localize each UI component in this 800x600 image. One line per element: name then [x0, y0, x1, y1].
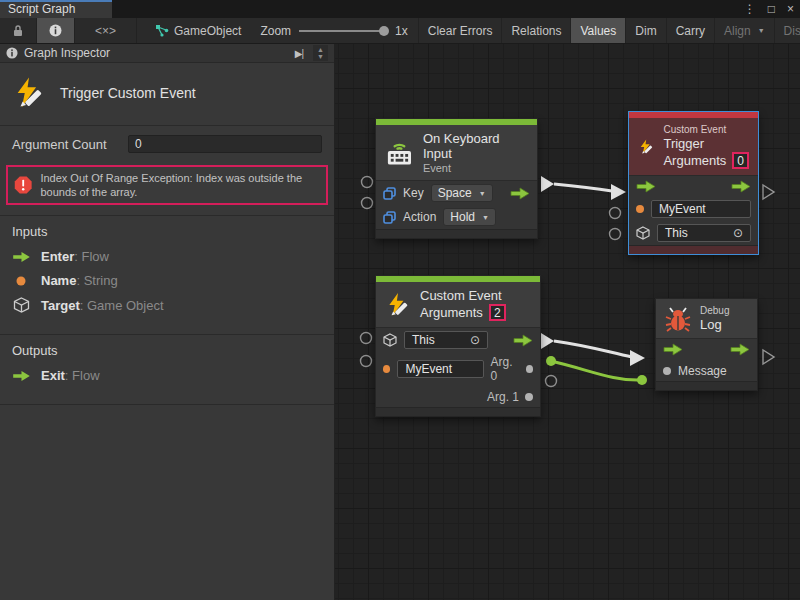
arguments-label: Arguments: [420, 305, 483, 320]
target-field[interactable]: This ⊙: [657, 224, 751, 242]
flow-exit-port[interactable]: [730, 343, 750, 356]
node-header[interactable]: Debug Log: [656, 299, 757, 339]
key-dropdown[interactable]: Space ▼: [431, 184, 493, 202]
dim-button[interactable]: Dim: [626, 18, 666, 43]
action-value: Hold: [450, 210, 475, 224]
argument-count-row: Argument Count: [0, 126, 334, 157]
distribute-dropdown[interactable]: Distribute▼: [775, 18, 800, 43]
align-dropdown[interactable]: Align▼: [715, 18, 775, 43]
node-debug-log[interactable]: Debug Log Message: [655, 298, 758, 391]
tab-script-graph[interactable]: Script Graph: [0, 0, 112, 18]
target-value: This: [412, 333, 435, 347]
info-icon: [6, 47, 18, 59]
arguments-count-field[interactable]: 2: [489, 304, 506, 321]
pin-type: : String: [76, 273, 117, 288]
chevron-down-icon: ▼: [479, 190, 486, 197]
node-title: Trigger: [663, 136, 749, 151]
node-category: Debug: [700, 305, 729, 316]
keyboard-key-row: Key Space ▼: [376, 181, 537, 205]
values-button[interactable]: Values: [571, 18, 626, 43]
zoom-control: Zoom 1x: [250, 18, 418, 43]
clear-errors-label: Clear Errors: [428, 24, 493, 38]
key-label: Key: [403, 186, 424, 200]
string-port-icon: [383, 365, 390, 373]
relations-button[interactable]: Relations: [502, 18, 571, 43]
unit-title: Trigger Custom Event: [60, 85, 196, 101]
gameobject-cube-icon: [636, 226, 650, 240]
flow-exit-port[interactable]: [513, 334, 533, 347]
graph-inspector-title: Graph Inspector: [24, 46, 110, 60]
custom-event-icon: [12, 76, 46, 110]
dock-panel-icon[interactable]: ▶|: [291, 48, 307, 59]
arguments-count-field[interactable]: 0: [732, 152, 749, 169]
keyboard-event-icon: [385, 139, 414, 167]
pin-type: : Flow: [74, 249, 109, 264]
argument-count-input[interactable]: [128, 135, 322, 153]
maximize-icon[interactable]: □: [768, 0, 775, 18]
flow-arrow-icon: [12, 370, 31, 382]
message-label: Message: [678, 364, 727, 378]
arg1-port[interactable]: [525, 393, 533, 401]
code-preview-button[interactable]: <×>: [75, 18, 137, 43]
gameobject-context-button[interactable]: GameObject: [137, 18, 250, 43]
custom-event-icon: [385, 292, 411, 318]
values-label: Values: [580, 24, 616, 38]
node-header[interactable]: Custom Event Trigger Arguments 0: [629, 118, 758, 176]
inspector-toggle-button[interactable]: [37, 18, 75, 43]
panel-width-stepper[interactable]: ▲▼: [313, 45, 328, 61]
carry-button[interactable]: Carry: [667, 18, 715, 43]
object-picker-icon[interactable]: ⊙: [470, 333, 480, 347]
event-name-value: MyEvent: [405, 362, 452, 376]
target-field[interactable]: This ⊙: [404, 331, 488, 349]
window-menu-icon[interactable]: ⋮: [744, 0, 756, 18]
node-trigger-custom-event[interactable]: Custom Event Trigger Arguments 0 MyEvent…: [628, 111, 759, 255]
key-value: Space: [438, 186, 472, 200]
arg0-port[interactable]: [526, 365, 533, 373]
pin-name: Exit: [41, 368, 65, 383]
event-name-field[interactable]: MyEvent: [397, 360, 483, 378]
flow-enter-port[interactable]: [636, 180, 656, 193]
flow-exit-port[interactable]: [510, 187, 530, 200]
node-title: Log: [700, 317, 729, 332]
node-header[interactable]: On Keyboard Input Event: [376, 125, 537, 181]
custom-event-icon: [638, 134, 654, 160]
close-icon[interactable]: ×: [787, 0, 794, 18]
carry-label: Carry: [676, 24, 705, 38]
node-footer: [629, 245, 758, 254]
clear-errors-button[interactable]: Clear Errors: [419, 18, 503, 43]
code-icon: <×>: [95, 24, 116, 38]
trigger-flow-row: [629, 176, 758, 197]
outputs-section: Outputs Exit: Flow: [0, 334, 334, 404]
action-label: Action: [403, 210, 436, 224]
pin-type: : Game Object: [80, 298, 164, 313]
input-item-enter: Enter: Flow: [12, 249, 322, 264]
relations-label: Relations: [511, 24, 561, 38]
node-header[interactable]: Custom Event Arguments 2: [376, 282, 540, 328]
action-dropdown[interactable]: Hold ▼: [443, 208, 496, 226]
graph-object-icon: [155, 24, 169, 37]
zoom-slider[interactable]: [299, 30, 387, 32]
node-footer: [376, 229, 537, 238]
message-port[interactable]: [663, 367, 671, 375]
inputs-section: Inputs Enter: Flow Name: String Target: …: [0, 215, 334, 334]
node-custom-event-arguments[interactable]: Custom Event Arguments 2 This ⊙ MyEvent: [375, 275, 541, 417]
error-message-box: Index Out Of Range Exception: Index was …: [6, 165, 328, 205]
flow-exit-port[interactable]: [731, 180, 751, 193]
window-tab-bar: Script Graph ⋮ □ ×: [0, 0, 800, 18]
lock-icon: [12, 24, 24, 37]
debug-message-row: Message: [656, 360, 757, 381]
zoom-slider-handle[interactable]: [379, 26, 389, 36]
dim-label: Dim: [635, 24, 656, 38]
event-name-field[interactable]: MyEvent: [651, 200, 751, 218]
zoom-label: Zoom: [260, 24, 291, 38]
gameobject-cube-icon: [12, 297, 31, 313]
lock-button[interactable]: [0, 18, 37, 43]
info-icon: [49, 24, 62, 37]
node-on-keyboard-input[interactable]: On Keyboard Input Event Key Space ▼ Acti…: [375, 118, 538, 239]
node-category: Custom Event: [420, 288, 506, 303]
flow-enter-port[interactable]: [663, 343, 683, 356]
object-picker-icon[interactable]: ⊙: [733, 226, 743, 240]
output-item-exit: Exit: Flow: [12, 368, 322, 383]
graph-toolbar: <×> GameObject Zoom 1x Clear Errors Rela…: [0, 18, 800, 44]
bug-icon: [665, 306, 691, 332]
